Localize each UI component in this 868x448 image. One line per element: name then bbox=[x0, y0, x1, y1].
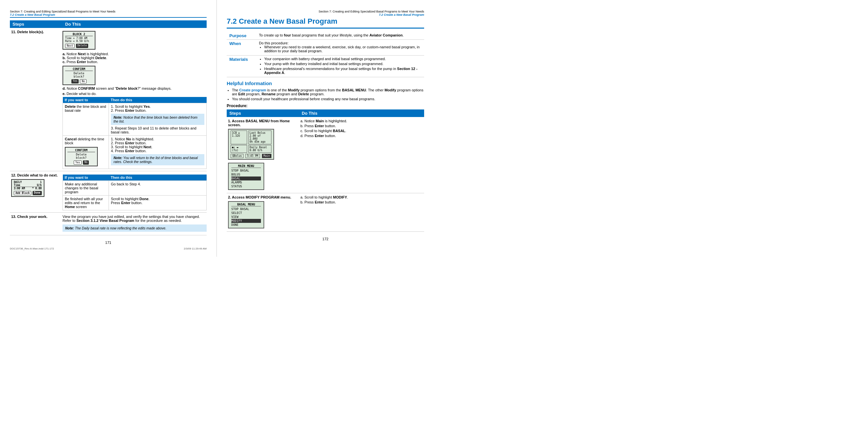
section-divider bbox=[10, 17, 207, 18]
basal-menu-screen: BASAL MENU STOP BASAL SELECT VIEW MODIFY… bbox=[228, 201, 264, 229]
step-12: 12. Decide what to do next. DAILY1 TimeU… bbox=[10, 171, 207, 213]
step-2-substeps: Scroll to highlight MODIFY. Press Enter … bbox=[301, 195, 423, 204]
inner-table-row-cancel: Cancel deleting the time block CONFIRM D… bbox=[63, 136, 207, 169]
note-box-3: Note: The Daily basal rate is now reflec… bbox=[63, 225, 207, 232]
confirm-screen-2: CONFIRM Deleteblock? Yes No bbox=[65, 147, 98, 166]
home-screen: 1CB ≥1.32U Last Bolus2.00 of 2.00U0h 45m… bbox=[228, 129, 274, 160]
right-page-title: 7.2 Create a New Basal Program bbox=[227, 17, 424, 29]
right-dothis-header-label: Do This bbox=[302, 111, 422, 116]
left-page: Section 7: Creating and Editing Speciali… bbox=[0, 0, 217, 257]
purpose-row: Purpose To create up to four basal progr… bbox=[227, 32, 424, 40]
right-step-2: 2. Access MODIFY PROGRAM menu. BASAL MEN… bbox=[227, 193, 424, 232]
left-table-header: Steps Do This bbox=[10, 21, 207, 28]
step-12-content: If you want to Then do this Make any add… bbox=[63, 173, 207, 210]
step-11-inner-table: If you want to Then do this Delete the t… bbox=[63, 97, 207, 169]
right-steps-header-label: Steps bbox=[229, 111, 302, 116]
inner-table-header-if: If you want to bbox=[63, 97, 109, 103]
note-box-2: Note: You will return to the list of tim… bbox=[111, 154, 204, 165]
daily-screen: DAILY1 TimeU/h 3:00 AM* 0.80 Add Block D… bbox=[11, 179, 44, 197]
step-13-content: View the program you have just edited, a… bbox=[63, 215, 207, 233]
step-11: 11. Delete block(s). BLOCK 2 Time = 7:00… bbox=[10, 28, 207, 171]
note-box-1: Note: Notice that the time block has bee… bbox=[111, 114, 204, 125]
step-12-inner-table: If you want to Then do this Make any add… bbox=[63, 175, 207, 210]
main-menu-screen: MAIN MENU STOP BASAL BOLUS BASAL ALARMS … bbox=[228, 163, 264, 190]
right-step-1: 1. Access BASAL MENU from Home screen. 1… bbox=[227, 117, 424, 193]
step-1-substeps: Notice Main is highlighted. Press Enter … bbox=[301, 119, 423, 138]
dothis-col-header: Do This bbox=[65, 22, 204, 27]
helpful-bullet-1: The Create program is one of the Modify … bbox=[232, 88, 424, 96]
when-row: When Do this procedure: Whenever you nee… bbox=[227, 40, 424, 56]
step-13: 13. Check your work. View the program yo… bbox=[10, 213, 207, 235]
left-section-header: Section 7: Creating and Editing Speciali… bbox=[10, 10, 207, 16]
steps-col-header: Steps bbox=[12, 22, 65, 27]
procedure-title: Procedure: bbox=[227, 104, 424, 108]
inner-table-row-delete: Delete the time block and basal rate 1. … bbox=[63, 103, 207, 136]
block2-screen: BLOCK 2 Time = 7:00 AM Rate = 0.50 U/h N… bbox=[63, 31, 95, 49]
right-page-number: 172 bbox=[227, 237, 424, 241]
left-page-number: 171 bbox=[10, 241, 207, 245]
step-12-row-2: Be finished with all your edits and retu… bbox=[63, 196, 207, 210]
purpose-table: Purpose To create up to four basal progr… bbox=[227, 32, 424, 77]
step-11-content: BLOCK 2 Time = 7:00 AM Rate = 0.50 U/h N… bbox=[63, 30, 207, 169]
helpful-info-list: The Create program is one of the Modify … bbox=[232, 88, 424, 101]
helpful-bullet-2: You should consult your healthcare profe… bbox=[232, 97, 424, 101]
right-section-header: Section 7: Creating and Editing Speciali… bbox=[227, 10, 424, 16]
right-table-header: Steps Do This bbox=[227, 109, 424, 117]
helpful-info-title: Helpful Information bbox=[227, 80, 424, 86]
right-page: Section 7: Creating and Editing Speciali… bbox=[217, 0, 434, 257]
left-footer: DOC15736_Rev-A-Man.indd 171-172 2/3/09 1… bbox=[10, 247, 207, 250]
inner-table-header-then: Then do this bbox=[109, 97, 207, 103]
step-12-row-1: Make any additional changes to the basal… bbox=[63, 181, 207, 196]
materials-row: Materials Your companion with battery ch… bbox=[227, 56, 424, 77]
step-11-label: 11. Delete block(s). bbox=[10, 30, 63, 34]
confirm-screen-1: CONFIRM Deleteblock? Yes No bbox=[63, 66, 95, 85]
